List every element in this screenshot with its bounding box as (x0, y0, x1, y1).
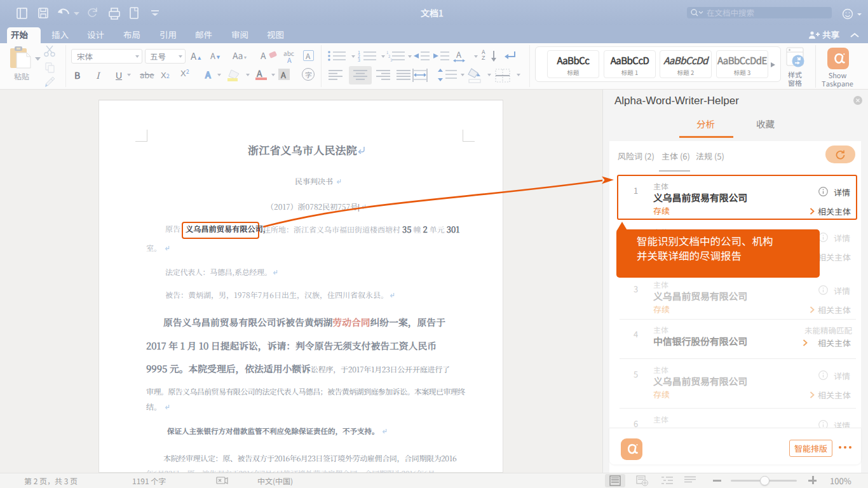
svg-text:3: 3 (390, 57, 392, 63)
svg-text:A: A (456, 50, 461, 60)
svg-text:3: 3 (358, 57, 360, 63)
